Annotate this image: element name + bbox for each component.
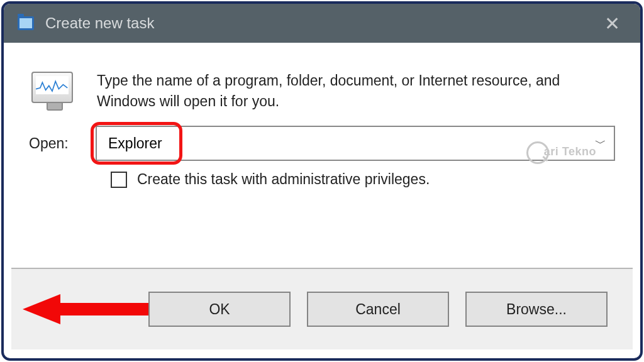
admin-checkbox-label: Create this task with administrative pri…: [137, 171, 430, 188]
close-icon[interactable]: ✕: [598, 13, 626, 35]
browse-button[interactable]: Browse...: [465, 292, 608, 327]
admin-privileges-row: Create this task with administrative pri…: [4, 161, 640, 207]
titlebar: Create new task ✕: [4, 4, 640, 43]
open-row: Open: ﹀: [4, 118, 640, 161]
window-title: Create new task: [45, 14, 598, 32]
open-label: Open:: [29, 135, 83, 152]
open-combobox[interactable]: ﹀: [96, 126, 615, 161]
dialog-window: Create new task ✕ Type the name of a pro…: [1, 1, 643, 361]
button-bar: OK Cancel Browse...: [11, 268, 633, 349]
ok-button[interactable]: OK: [148, 292, 291, 327]
instructions-text: Type the name of a program, folder, docu…: [97, 68, 615, 118]
run-dialog-icon: [29, 68, 79, 118]
cancel-button[interactable]: Cancel: [307, 292, 449, 327]
admin-checkbox[interactable]: [111, 172, 127, 188]
open-input[interactable]: [96, 126, 615, 161]
content-area: Type the name of a program, folder, docu…: [4, 43, 640, 118]
folder-icon: [18, 16, 34, 30]
